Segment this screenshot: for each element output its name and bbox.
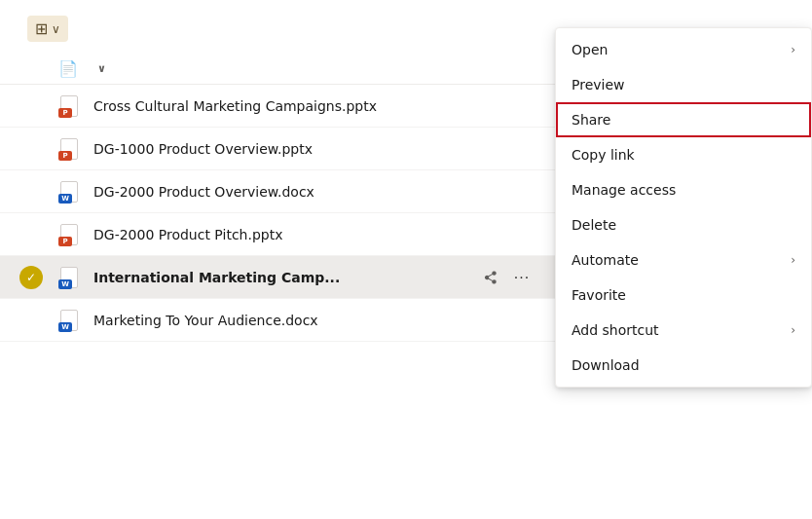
menu-item-manage-access-label: Manage access [572, 182, 795, 198]
table-row[interactable]: P DG-2000 Product Pitch.pptx [0, 213, 555, 256]
pptx-icon: P [58, 137, 80, 161]
table-row[interactable]: W DG-2000 Product Overview.docx [0, 170, 555, 213]
menu-item-copy-link-label: Copy link [572, 147, 795, 163]
sort-icon: ∨ [97, 62, 106, 75]
table-row[interactable]: P Cross Cultural Marketing Campaigns.ppt… [0, 85, 555, 128]
menu-item-open[interactable]: Open› [556, 32, 811, 67]
context-menu: Open›PreviewShareCopy linkManage accessD… [555, 27, 812, 388]
menu-item-favorite[interactable]: Favorite [556, 278, 811, 313]
docx-icon: W [58, 309, 80, 332]
file-name: DG-1000 Product Overview.pptx [93, 141, 535, 157]
file-name: DG-2000 Product Overview.docx [93, 184, 535, 200]
main-content: ⊞ ∨ 📄 ∨ P Cross Cultural Marketing Campa… [0, 0, 812, 519]
menu-item-download[interactable]: Download [556, 348, 811, 383]
row-icon-col: P [58, 94, 93, 118]
row-icon-col: P [58, 137, 93, 161]
menu-item-automate[interactable]: Automate› [556, 242, 811, 278]
menu-item-delete[interactable]: Delete [556, 207, 811, 242]
header-name[interactable]: ∨ [93, 62, 106, 75]
menu-item-delete-label: Delete [572, 217, 795, 233]
share-action-button[interactable] [477, 264, 504, 291]
more-actions-button[interactable]: ··· [508, 264, 535, 291]
selected-indicator: ✓ [19, 266, 43, 289]
pptx-icon: P [58, 94, 80, 118]
file-name: Marketing To Your Audience.docx [93, 313, 535, 328]
row-icon-col: W [58, 309, 93, 332]
table-row[interactable]: P DG-1000 Product Overview.pptx [0, 128, 555, 170]
chevron-down-icon: ∨ [52, 22, 60, 36]
row-icon-col: W [58, 266, 93, 289]
menu-item-preview-label: Preview [572, 77, 795, 93]
submenu-chevron-icon: › [791, 43, 795, 56]
menu-item-share[interactable]: Share [556, 102, 811, 137]
docx-icon: W [58, 180, 80, 204]
menu-item-open-label: Open [572, 42, 791, 57]
file-type-icon-header: 📄 [58, 59, 78, 78]
menu-item-copy-link[interactable]: Copy link [556, 137, 811, 172]
pptx-icon: P [58, 223, 80, 246]
row-actions: ··· [477, 264, 535, 291]
row-icon-col: P [58, 223, 93, 246]
file-name: DG-2000 Product Pitch.pptx [93, 227, 535, 242]
menu-item-favorite-label: Favorite [572, 287, 795, 303]
header-icon-col: 📄 [58, 59, 93, 78]
row-icon-col: W [58, 180, 93, 204]
docx-icon: W [58, 266, 80, 289]
file-name: Cross Cultural Marketing Campaigns.pptx [93, 98, 535, 114]
table-row[interactable]: ✓ W International Marketing Camp... ··· [0, 256, 555, 299]
file-rows-container: P Cross Cultural Marketing Campaigns.ppt… [0, 85, 555, 342]
file-list-header: 📄 ∨ [0, 54, 555, 85]
view-icon: ⊞ [35, 19, 48, 38]
file-name: International Marketing Camp... [93, 270, 469, 285]
view-selector-button[interactable]: ⊞ ∨ [27, 16, 68, 42]
menu-item-manage-access[interactable]: Manage access [556, 172, 811, 207]
submenu-chevron-icon: › [791, 323, 795, 337]
menu-item-download-label: Download [572, 357, 795, 373]
file-list: 📄 ∨ P Cross Cultural Marketing Campaigns… [0, 54, 555, 342]
menu-item-preview[interactable]: Preview [556, 67, 811, 102]
menu-item-add-shortcut-label: Add shortcut [572, 322, 791, 338]
menu-item-add-shortcut[interactable]: Add shortcut› [556, 313, 811, 348]
menu-item-automate-label: Automate [572, 252, 791, 268]
row-check-col: ✓ [19, 266, 58, 289]
menu-item-share-label: Share [572, 112, 795, 128]
table-row[interactable]: W Marketing To Your Audience.docx [0, 299, 555, 342]
submenu-chevron-icon: › [791, 253, 795, 267]
